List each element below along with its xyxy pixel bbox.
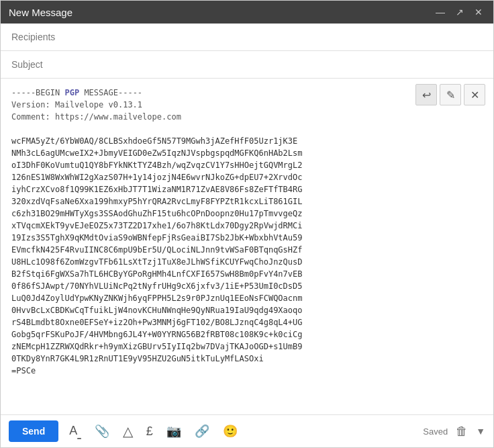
delete-icon[interactable]: 🗑 bbox=[456, 424, 468, 439]
link-icon[interactable]: 🔗 bbox=[192, 421, 212, 441]
close-button[interactable]: ✕ bbox=[472, 6, 485, 18]
pgp-header-begin: -----BEGIN PGP MESSAGE----- Version: Mai… bbox=[11, 88, 181, 122]
recipients-label: Recipients bbox=[11, 32, 65, 42]
undo-icon: ↩ bbox=[422, 89, 431, 101]
send-button[interactable]: Send bbox=[9, 420, 58, 442]
format-text-icon[interactable]: A_ bbox=[66, 421, 84, 442]
saved-label: Saved bbox=[423, 427, 448, 437]
pgp-undo-button[interactable]: ↩ bbox=[415, 84, 437, 105]
attach-icon[interactable]: 📎 bbox=[92, 421, 112, 441]
more-options-icon[interactable]: ▼ bbox=[476, 426, 485, 437]
titlebar: New Message — ↗ ✕ bbox=[1, 1, 493, 24]
window-controls: — ↗ ✕ bbox=[433, 6, 485, 18]
pgp-label: PGP bbox=[64, 88, 79, 97]
pgp-close-button[interactable]: ✕ bbox=[464, 84, 485, 105]
body-area: ↩ ✎ ✕ -----BEGIN PGP MESSAGE----- Versio… bbox=[1, 79, 493, 414]
message-body[interactable]: -----BEGIN PGP MESSAGE----- Version: Mai… bbox=[1, 79, 493, 414]
minimize-button[interactable]: — bbox=[433, 6, 448, 18]
window-title: New Message bbox=[9, 7, 72, 18]
subject-input[interactable] bbox=[65, 59, 483, 70]
recipients-input[interactable] bbox=[65, 32, 483, 42]
recipients-row: Recipients bbox=[1, 24, 493, 51]
toolbar: Send A_ 📎 △ £ 📷 🔗 🙂 Saved 🗑 ▼ bbox=[1, 414, 493, 447]
currency-icon[interactable]: £ bbox=[144, 422, 156, 441]
drive-icon[interactable]: △ bbox=[120, 420, 136, 442]
maximize-button[interactable]: ↗ bbox=[453, 6, 466, 18]
photo-icon[interactable]: 📷 bbox=[164, 421, 184, 441]
subject-row: Subject bbox=[1, 51, 493, 79]
subject-label: Subject bbox=[11, 59, 65, 70]
compose-window: New Message — ↗ ✕ Recipients Subject ↩ ✎… bbox=[0, 0, 494, 448]
edit-icon: ✎ bbox=[446, 89, 455, 101]
close-icon: ✕ bbox=[471, 89, 479, 101]
pgp-edit-button[interactable]: ✎ bbox=[440, 84, 461, 105]
emoji-icon[interactable]: 🙂 bbox=[220, 421, 240, 441]
pgp-overlay: ↩ ✎ ✕ bbox=[415, 84, 485, 105]
